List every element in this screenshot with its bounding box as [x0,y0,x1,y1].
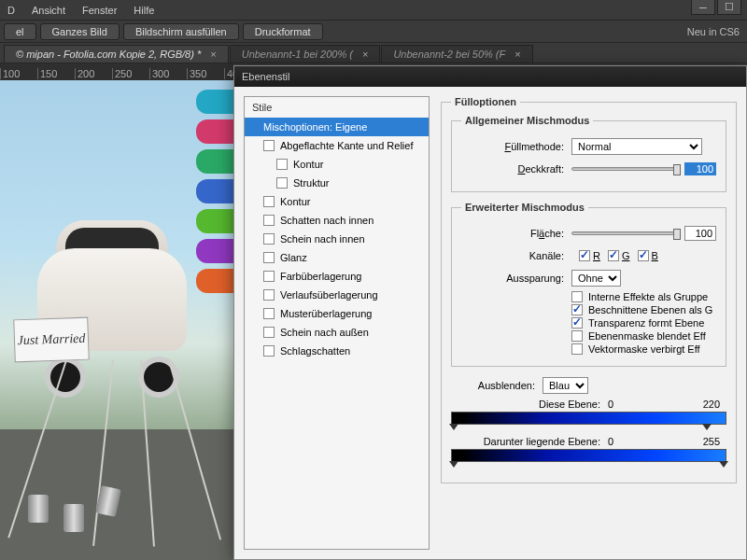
option-button-printsize[interactable]: Druckformat [243,23,323,40]
option-button-fillscreen[interactable]: Bildschirm ausfüllen [123,23,239,40]
styles-heading: Stile [245,97,429,118]
blendif-select[interactable]: Blau [543,377,588,394]
blend-mode-label: Füllmethode: [461,141,564,152]
minimize-button[interactable]: ─ [691,0,715,15]
this-layer-slider[interactable] [451,412,726,425]
menu-item[interactable]: D [7,5,15,16]
blend-option-checkbox[interactable] [571,343,583,355]
canvas-area: 10015020025030035040 Just Married [0,63,233,560]
style-checkbox[interactable] [263,215,275,226]
style-item[interactable]: Verlaufsüberlagerung [245,286,429,304]
opacity-slider[interactable] [571,167,679,171]
under-high-value: 255 [664,436,720,447]
style-label: Abgeflachte Kante und Relief [280,140,414,151]
style-item[interactable]: Glanz [245,248,429,267]
document-tab[interactable]: Unbenannt-2 bei 50% (F× [381,45,532,63]
blend-option-checkbox[interactable] [571,304,583,315]
style-item[interactable]: Mischoptionen: Eigene [245,118,429,136]
channel-g-checkbox[interactable] [608,250,619,261]
blend-option-row: Transparenz formt Ebene [571,317,716,329]
style-item[interactable]: Musterüberlagerung [245,304,429,323]
style-item[interactable]: Farbüberlagerung [245,267,429,286]
style-item[interactable]: Schatten nach innen [245,211,429,230]
blend-option-row: Interne Effekte als Gruppe [571,291,716,302]
fill-opacity-label: Fläche: [461,228,564,239]
underlying-slider[interactable] [451,449,726,462]
fill-options-group: Fülloptionen Allgemeiner Mischmodus Füll… [441,96,737,483]
close-icon[interactable]: × [514,49,520,60]
style-label: Struktur [293,177,330,189]
style-checkbox[interactable] [276,159,288,170]
advanced-blend-legend: Erweiterter Mischmodus [461,202,588,213]
license-plate: Just Married [13,317,90,363]
menu-item[interactable]: Hilfe [134,5,154,16]
option-button[interactable]: el [4,23,36,40]
style-checkbox[interactable] [263,345,275,357]
this-low-value: 0 [608,399,664,410]
style-item[interactable]: Kontur [245,192,429,211]
underlying-label: Darunter liegende Ebene: [451,436,600,447]
option-button-fitall[interactable]: Ganzes Bild [40,23,120,40]
style-item[interactable]: Schlagschatten [245,342,429,360]
style-label: Schatten nach innen [280,215,374,226]
document-tab[interactable]: Unbenannt-1 bei 200% (× [230,45,381,63]
style-label: Kontur [293,159,323,170]
blend-option-checkbox[interactable] [571,291,583,302]
style-checkbox[interactable] [276,177,288,189]
style-checkbox[interactable] [263,252,275,263]
style-item[interactable]: Schein nach innen [245,230,429,248]
style-checkbox[interactable] [263,271,275,282]
fill-opacity-value[interactable] [684,226,716,241]
channel-b-checkbox[interactable] [638,250,649,261]
menu-item[interactable]: Ansicht [32,5,65,16]
style-label: Verlaufsüberlagerung [280,289,378,301]
ruler-horizontal: 10015020025030035040 [0,63,233,80]
tab-label: © mipan - Fotolia.com Kopie 2, RGB/8) * [16,49,201,60]
channels-label: Kanäle: [461,250,564,261]
style-label: Farbüberlagerung [280,271,361,282]
styles-list: Stile Mischoptionen: EigeneAbgeflachte K… [244,96,430,550]
blend-option-label: Vektormaske verbirgt Eff [588,343,700,355]
style-item[interactable]: Kontur [245,155,429,174]
blend-option-label: Ebenenmaske blendet Eff [588,330,706,342]
canvas[interactable]: Just Married [0,80,233,560]
style-checkbox[interactable] [263,289,275,301]
channel-r-checkbox[interactable] [579,250,590,261]
maximize-button[interactable]: ☐ [717,0,741,15]
blend-option-checkbox[interactable] [571,330,583,342]
style-item[interactable]: Struktur [245,174,429,192]
style-checkbox[interactable] [263,196,275,207]
close-icon[interactable]: × [362,49,368,60]
this-layer-label: Diese Ebene: [451,399,600,410]
style-checkbox[interactable] [263,233,275,245]
knockout-label: Aussparung: [461,273,564,284]
style-checkbox[interactable] [263,308,275,319]
tab-label: Unbenannt-1 bei 200% ( [242,49,353,60]
blend-option-label: Transparenz formt Ebene [588,317,704,329]
style-checkbox[interactable] [263,140,275,151]
fill-opacity-slider[interactable] [571,231,679,235]
general-blend-legend: Allgemeiner Mischmodus [461,115,593,126]
style-label: Schein nach außen [280,327,369,338]
general-blend-group: Allgemeiner Mischmodus Füllmethode: Norm… [451,115,726,192]
style-item[interactable]: Abgeflachte Kante und Relief [245,136,429,155]
opacity-value[interactable]: 100 [684,162,716,175]
style-label: Kontur [280,196,310,207]
opacity-label: Deckkraft: [461,163,564,175]
style-checkbox[interactable] [263,327,275,338]
blend-option-label: Interne Effekte als Gruppe [588,291,708,302]
knockout-select[interactable]: Ohne [571,270,621,287]
style-label: Schein nach innen [280,233,365,245]
blend-mode-select[interactable]: Normal [571,138,702,155]
style-label: Schlagschatten [280,345,350,357]
style-item[interactable]: Schein nach außen [245,323,429,342]
this-high-value: 220 [664,399,720,410]
close-icon[interactable]: × [210,49,216,60]
blend-option-row: Beschnittene Ebenen als G [571,304,716,315]
blend-option-checkbox[interactable] [571,317,583,329]
whatsnew-link[interactable]: Neu in CS6 [687,26,740,37]
tab-label: Unbenannt-2 bei 50% (F [393,49,505,60]
document-tab[interactable]: © mipan - Fotolia.com Kopie 2, RGB/8) *× [4,45,229,63]
blend-option-row: Ebenenmaske blendet Eff [571,330,716,342]
menu-item[interactable]: Fenster [82,5,117,16]
